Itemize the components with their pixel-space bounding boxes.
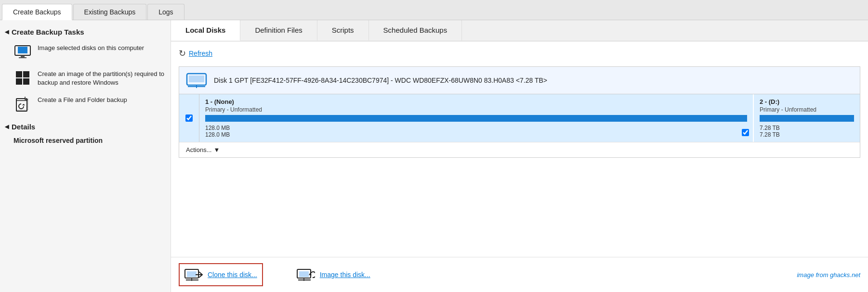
partition-1-checkbox[interactable] xyxy=(742,129,749,136)
refresh-link[interactable]: Refresh xyxy=(189,50,212,57)
sidebar-item-file-folder-text: Create a File and Folder backup xyxy=(38,95,127,104)
disk-header: Disk 1 GPT [FE32F412-57FF-4926-8A34-14C2… xyxy=(179,67,860,94)
partition-2-label: 2 - (D:) xyxy=(760,98,854,105)
tab-scripts[interactable]: Scripts xyxy=(317,20,369,41)
actions-bar: Actions... ▼ xyxy=(179,142,860,157)
partition-1-label: 1 - (None) xyxy=(205,98,747,105)
tab-logs[interactable]: Logs xyxy=(147,4,184,20)
bottom-actions: Clone this disk... Image this disk... xyxy=(171,257,868,292)
sidebar-section-create-backup-tasks[interactable]: ◀ Create Backup Tasks xyxy=(0,25,171,39)
partition-2-bar xyxy=(760,115,854,122)
tab-existing-backups[interactable]: Existing Backups xyxy=(73,4,147,20)
branding-text: image from ghacks.net xyxy=(797,271,860,279)
svg-rect-7 xyxy=(23,78,29,85)
svg-rect-6 xyxy=(16,78,22,85)
sidebar-item-image-disks[interactable]: Image selected disks on this computer xyxy=(0,39,171,65)
svg-rect-1 xyxy=(18,47,27,53)
disk-title: Disk 1 GPT [FE32F412-57FF-4926-8A34-14C2… xyxy=(214,76,547,84)
clone-disk-btn[interactable]: Clone this disk... xyxy=(179,263,263,286)
partition-1: 1 - (None) Primary - Unformatted 128.0 M… xyxy=(199,94,754,142)
svg-rect-4 xyxy=(16,71,22,77)
sidebar-section1-label: Create Backup Tasks xyxy=(12,28,84,36)
sidebar-item-file-folder[interactable]: Create a File and Folder backup xyxy=(0,91,171,117)
sidebar-section-details[interactable]: ◀ Details xyxy=(0,120,171,134)
sidebar-item-image-partition[interactable]: Create an image of the partition(s) requ… xyxy=(0,65,171,91)
disk-body: 1 - (None) Primary - Unformatted 128.0 M… xyxy=(179,94,860,142)
partition-2: 2 - (D:) Primary - Unformatted 7.28 TB 7… xyxy=(754,94,860,142)
refresh-bar: ↻ Refresh xyxy=(179,46,860,61)
section-arrow-2: ◀ xyxy=(5,124,9,130)
clone-disk-label: Clone this disk... xyxy=(208,271,257,279)
section-arrow-1: ◀ xyxy=(5,29,9,35)
sidebar: ◀ Create Backup Tasks Image selected dis… xyxy=(0,20,171,292)
disk-checkbox-col xyxy=(179,94,199,142)
actions-arrow: ▼ xyxy=(213,146,220,153)
details-text: Microsoft reserved partition xyxy=(0,134,171,147)
monitor-icon xyxy=(13,43,32,61)
image-disk-btn[interactable]: Image this disk... xyxy=(292,264,375,285)
tab-definition-files[interactable]: Definition Files xyxy=(240,20,317,41)
svg-rect-20 xyxy=(299,271,309,277)
image-disk-label: Image this disk... xyxy=(320,271,370,279)
inner-tab-bar: Local Disks Definition Files Scripts Sch… xyxy=(171,20,868,41)
partition-1-type: Primary - Unformatted xyxy=(205,106,747,113)
content-body: ↻ Refresh Disk 1 GPT [FE32F412-57F xyxy=(171,41,868,257)
disk-partitions-col: 1 - (None) Primary - Unformatted 128.0 M… xyxy=(199,94,860,142)
svg-rect-15 xyxy=(187,271,197,277)
partition-1-bar xyxy=(205,115,747,122)
partition-2-type: Primary - Unformatted xyxy=(760,106,854,113)
svg-rect-11 xyxy=(189,76,204,82)
tab-scheduled-backups[interactable]: Scheduled Backups xyxy=(369,20,462,41)
file-refresh-icon xyxy=(13,95,32,113)
sidebar-item-image-partition-text: Create an image of the partition(s) requ… xyxy=(38,69,165,87)
top-tab-bar: Create Backups Existing Backups Logs xyxy=(0,0,868,20)
partition-1-sizes: 128.0 MB 128.0 MB xyxy=(205,125,747,138)
main-layout: ◀ Create Backup Tasks Image selected dis… xyxy=(0,20,868,292)
windows-icon xyxy=(13,69,32,87)
tab-create-backups[interactable]: Create Backups xyxy=(2,4,72,20)
actions-label: Actions... xyxy=(186,146,211,153)
image-disk-icon xyxy=(297,267,315,282)
disk-panel: Disk 1 GPT [FE32F412-57FF-4926-8A34-14C2… xyxy=(179,66,860,158)
refresh-icon: ↻ xyxy=(179,48,186,59)
svg-rect-3 xyxy=(19,57,26,58)
content-area: Local Disks Definition Files Scripts Sch… xyxy=(171,20,868,292)
svg-rect-5 xyxy=(23,71,29,77)
partition-2-sizes: 7.28 TB 7.28 TB xyxy=(760,125,854,138)
svg-rect-2 xyxy=(21,55,25,57)
tab-local-disks[interactable]: Local Disks xyxy=(171,20,240,41)
sidebar-section2-label: Details xyxy=(12,123,35,131)
disk-icon xyxy=(186,72,207,89)
svg-marker-9 xyxy=(22,104,25,105)
actions-menu-btn[interactable]: Actions... ▼ xyxy=(186,146,220,153)
disk-select-checkbox[interactable] xyxy=(185,114,193,122)
sidebar-item-image-disks-text: Image selected disks on this computer xyxy=(38,43,144,52)
clone-disk-icon xyxy=(184,267,203,282)
